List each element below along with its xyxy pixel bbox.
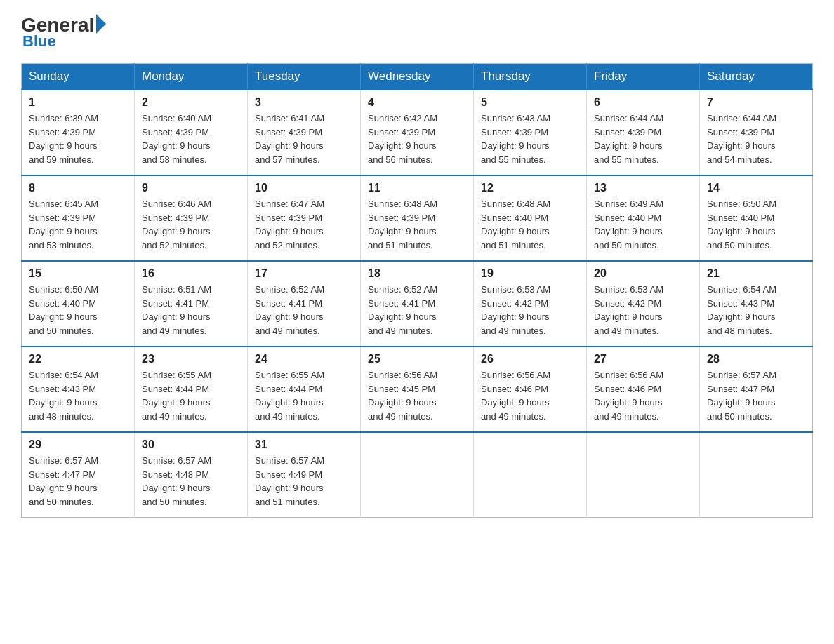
- day-number: 4: [368, 96, 466, 109]
- calendar-cell: 25 Sunrise: 6:56 AM Sunset: 4:45 PM Dayl…: [361, 347, 474, 432]
- calendar-cell: 13 Sunrise: 6:49 AM Sunset: 4:40 PM Dayl…: [587, 175, 700, 261]
- day-info: Sunrise: 6:42 AM Sunset: 4:39 PM Dayligh…: [368, 112, 466, 166]
- day-info: Sunrise: 6:47 AM Sunset: 4:39 PM Dayligh…: [255, 197, 353, 252]
- day-info: Sunrise: 6:54 AM Sunset: 4:43 PM Dayligh…: [29, 368, 127, 423]
- calendar-week-row: 22 Sunrise: 6:54 AM Sunset: 4:43 PM Dayl…: [22, 347, 813, 432]
- calendar-cell: 1 Sunrise: 6:39 AM Sunset: 4:39 PM Dayli…: [22, 90, 135, 175]
- day-number: 30: [142, 438, 240, 451]
- day-info: Sunrise: 6:44 AM Sunset: 4:39 PM Dayligh…: [707, 112, 805, 166]
- day-number: 23: [142, 353, 240, 365]
- day-number: 22: [29, 353, 127, 365]
- calendar-week-row: 15 Sunrise: 6:50 AM Sunset: 4:40 PM Dayl…: [22, 261, 813, 347]
- calendar-cell: 4 Sunrise: 6:42 AM Sunset: 4:39 PM Dayli…: [361, 90, 474, 175]
- calendar-cell: 19 Sunrise: 6:53 AM Sunset: 4:42 PM Dayl…: [474, 261, 587, 347]
- day-info: Sunrise: 6:51 AM Sunset: 4:41 PM Dayligh…: [142, 283, 240, 337]
- page-header: General Blue: [21, 14, 813, 51]
- weekday-header-monday: Monday: [135, 64, 248, 90]
- day-number: 5: [481, 96, 579, 109]
- day-info: Sunrise: 6:43 AM Sunset: 4:39 PM Dayligh…: [481, 112, 579, 166]
- day-info: Sunrise: 6:45 AM Sunset: 4:39 PM Dayligh…: [29, 197, 127, 252]
- day-number: 12: [481, 182, 579, 194]
- day-info: Sunrise: 6:56 AM Sunset: 4:46 PM Dayligh…: [481, 368, 579, 423]
- day-number: 27: [594, 353, 692, 365]
- day-info: Sunrise: 6:53 AM Sunset: 4:42 PM Dayligh…: [481, 283, 579, 337]
- weekday-header-wednesday: Wednesday: [361, 64, 474, 90]
- calendar-cell: 17 Sunrise: 6:52 AM Sunset: 4:41 PM Dayl…: [248, 261, 361, 347]
- weekday-header-saturday: Saturday: [700, 64, 813, 90]
- weekday-header-sunday: Sunday: [22, 64, 135, 90]
- calendar-cell: 20 Sunrise: 6:53 AM Sunset: 4:42 PM Dayl…: [587, 261, 700, 347]
- day-number: 15: [29, 267, 127, 280]
- day-info: Sunrise: 6:41 AM Sunset: 4:39 PM Dayligh…: [255, 112, 353, 166]
- calendar-cell: 9 Sunrise: 6:46 AM Sunset: 4:39 PM Dayli…: [135, 175, 248, 261]
- weekday-header-friday: Friday: [587, 64, 700, 90]
- day-info: Sunrise: 6:40 AM Sunset: 4:39 PM Dayligh…: [142, 112, 240, 166]
- day-number: 29: [29, 438, 127, 451]
- calendar-cell: 5 Sunrise: 6:43 AM Sunset: 4:39 PM Dayli…: [474, 90, 587, 175]
- day-info: Sunrise: 6:57 AM Sunset: 4:49 PM Dayligh…: [255, 454, 353, 509]
- day-number: 17: [255, 267, 353, 280]
- logo-triangle-icon: [96, 14, 106, 34]
- day-info: Sunrise: 6:52 AM Sunset: 4:41 PM Dayligh…: [255, 283, 353, 337]
- calendar-cell: 23 Sunrise: 6:55 AM Sunset: 4:44 PM Dayl…: [135, 347, 248, 432]
- day-info: Sunrise: 6:39 AM Sunset: 4:39 PM Dayligh…: [29, 112, 127, 166]
- day-number: 8: [29, 182, 127, 194]
- calendar-cell: [700, 432, 813, 518]
- day-number: 11: [368, 182, 466, 194]
- calendar-cell: 2 Sunrise: 6:40 AM Sunset: 4:39 PM Dayli…: [135, 90, 248, 175]
- day-number: 20: [594, 267, 692, 280]
- day-number: 6: [594, 96, 692, 109]
- weekday-header-thursday: Thursday: [474, 64, 587, 90]
- calendar-cell: [474, 432, 587, 518]
- day-number: 3: [255, 96, 353, 109]
- calendar-cell: 21 Sunrise: 6:54 AM Sunset: 4:43 PM Dayl…: [700, 261, 813, 347]
- weekday-header-tuesday: Tuesday: [248, 64, 361, 90]
- day-info: Sunrise: 6:46 AM Sunset: 4:39 PM Dayligh…: [142, 197, 240, 252]
- day-number: 2: [142, 96, 240, 109]
- day-info: Sunrise: 6:55 AM Sunset: 4:44 PM Dayligh…: [255, 368, 353, 423]
- day-info: Sunrise: 6:49 AM Sunset: 4:40 PM Dayligh…: [594, 197, 692, 252]
- day-info: Sunrise: 6:56 AM Sunset: 4:45 PM Dayligh…: [368, 368, 466, 423]
- calendar-cell: 18 Sunrise: 6:52 AM Sunset: 4:41 PM Dayl…: [361, 261, 474, 347]
- calendar-cell: 10 Sunrise: 6:47 AM Sunset: 4:39 PM Dayl…: [248, 175, 361, 261]
- calendar-cell: 15 Sunrise: 6:50 AM Sunset: 4:40 PM Dayl…: [22, 261, 135, 347]
- day-info: Sunrise: 6:55 AM Sunset: 4:44 PM Dayligh…: [142, 368, 240, 423]
- day-number: 1: [29, 96, 127, 109]
- calendar-week-row: 1 Sunrise: 6:39 AM Sunset: 4:39 PM Dayli…: [22, 90, 813, 175]
- calendar-cell: 22 Sunrise: 6:54 AM Sunset: 4:43 PM Dayl…: [22, 347, 135, 432]
- calendar-cell: 11 Sunrise: 6:48 AM Sunset: 4:39 PM Dayl…: [361, 175, 474, 261]
- calendar-cell: 30 Sunrise: 6:57 AM Sunset: 4:48 PM Dayl…: [135, 432, 248, 518]
- day-number: 25: [368, 353, 466, 365]
- calendar-week-row: 29 Sunrise: 6:57 AM Sunset: 4:47 PM Dayl…: [22, 432, 813, 518]
- day-number: 19: [481, 267, 579, 280]
- calendar-cell: 27 Sunrise: 6:56 AM Sunset: 4:46 PM Dayl…: [587, 347, 700, 432]
- day-info: Sunrise: 6:56 AM Sunset: 4:46 PM Dayligh…: [594, 368, 692, 423]
- day-info: Sunrise: 6:44 AM Sunset: 4:39 PM Dayligh…: [594, 112, 692, 166]
- calendar-cell: 28 Sunrise: 6:57 AM Sunset: 4:47 PM Dayl…: [700, 347, 813, 432]
- logo: General Blue: [21, 14, 106, 51]
- calendar-cell: 7 Sunrise: 6:44 AM Sunset: 4:39 PM Dayli…: [700, 90, 813, 175]
- day-number: 10: [255, 182, 353, 194]
- day-number: 18: [368, 267, 466, 280]
- calendar-cell: [587, 432, 700, 518]
- calendar-header-row: SundayMondayTuesdayWednesdayThursdayFrid…: [22, 64, 813, 90]
- calendar-cell: 24 Sunrise: 6:55 AM Sunset: 4:44 PM Dayl…: [248, 347, 361, 432]
- day-number: 16: [142, 267, 240, 280]
- day-number: 31: [255, 438, 353, 451]
- calendar-cell: 26 Sunrise: 6:56 AM Sunset: 4:46 PM Dayl…: [474, 347, 587, 432]
- day-info: Sunrise: 6:57 AM Sunset: 4:48 PM Dayligh…: [142, 454, 240, 509]
- day-info: Sunrise: 6:57 AM Sunset: 4:47 PM Dayligh…: [29, 454, 127, 509]
- day-info: Sunrise: 6:48 AM Sunset: 4:39 PM Dayligh…: [368, 197, 466, 252]
- day-info: Sunrise: 6:54 AM Sunset: 4:43 PM Dayligh…: [707, 283, 805, 337]
- calendar-cell: 12 Sunrise: 6:48 AM Sunset: 4:40 PM Dayl…: [474, 175, 587, 261]
- day-info: Sunrise: 6:52 AM Sunset: 4:41 PM Dayligh…: [368, 283, 466, 337]
- day-info: Sunrise: 6:50 AM Sunset: 4:40 PM Dayligh…: [707, 197, 805, 252]
- day-number: 7: [707, 96, 805, 109]
- day-number: 9: [142, 182, 240, 194]
- day-number: 14: [707, 182, 805, 194]
- calendar-cell: [361, 432, 474, 518]
- calendar-cell: 31 Sunrise: 6:57 AM Sunset: 4:49 PM Dayl…: [248, 432, 361, 518]
- day-number: 24: [255, 353, 353, 365]
- calendar-cell: 8 Sunrise: 6:45 AM Sunset: 4:39 PM Dayli…: [22, 175, 135, 261]
- day-info: Sunrise: 6:48 AM Sunset: 4:40 PM Dayligh…: [481, 197, 579, 252]
